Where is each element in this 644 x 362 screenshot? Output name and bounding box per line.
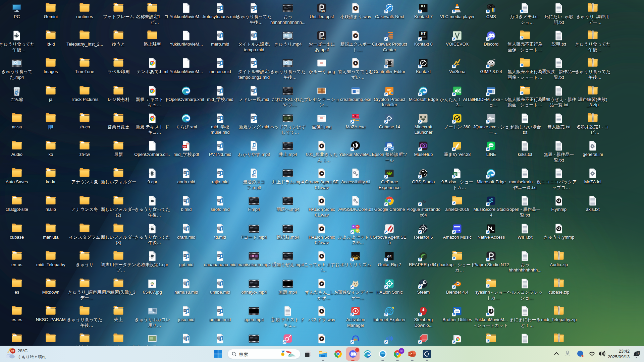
svg-text:z: z xyxy=(638,352,639,355)
svg-text:P: P xyxy=(410,352,412,356)
svg-text:9+: 9+ xyxy=(11,349,15,353)
